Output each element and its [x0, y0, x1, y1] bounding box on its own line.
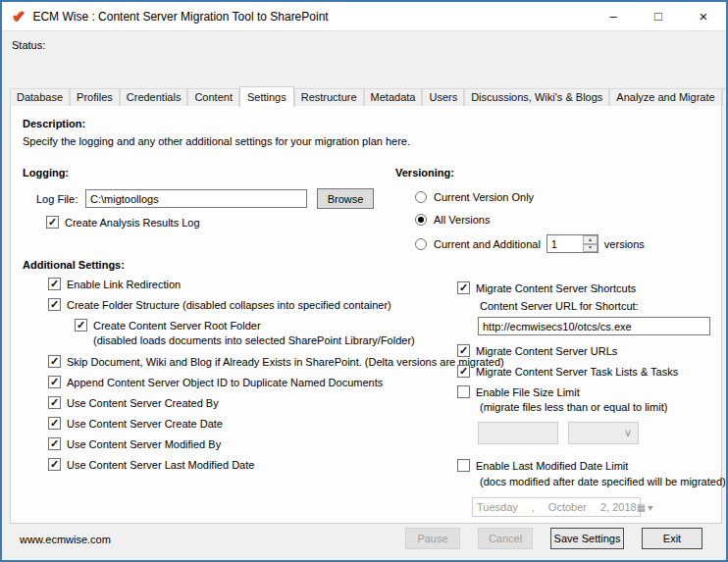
tab-database[interactable]: Database — [10, 88, 70, 106]
file-size-limit-checkbox[interactable]: Enable File Size Limit — [457, 385, 716, 398]
save-settings-button[interactable]: Save Settings — [550, 528, 624, 549]
checkbox-icon[interactable] — [457, 385, 470, 398]
status-label: Status: — [12, 39, 45, 51]
checkbox-icon[interactable] — [46, 216, 59, 229]
use-last-modified-checkbox[interactable]: Use Content Server Last Modified Date — [48, 458, 456, 471]
migrate-urls-checkbox[interactable]: Migrate Content Server URLs — [457, 344, 716, 357]
checkbox-icon[interactable] — [48, 437, 61, 450]
radio-label: All Versions — [434, 214, 490, 226]
cancel-button[interactable]: Cancel — [478, 528, 533, 549]
radio-label: Current and Additional — [434, 238, 541, 250]
file-size-unit-dropdown[interactable]: ∨ — [568, 422, 639, 444]
shortcut-url-input[interactable] — [478, 317, 710, 335]
radio-icon[interactable] — [415, 191, 427, 203]
checkbox-icon[interactable] — [457, 365, 470, 378]
footer-buttons: Pause Cancel Save Settings Exit — [405, 528, 702, 549]
additional-versions-spinner[interactable]: 1 ▲ ▼ — [546, 234, 598, 253]
use-create-date-checkbox[interactable]: Use Content Server Create Date — [48, 417, 456, 430]
checkbox-label: Use Content Server Last Modified Date — [67, 459, 254, 471]
shortcut-url-label: Content Server URL for Shortcut: — [480, 300, 716, 312]
tab-restructure[interactable]: Restructure — [294, 88, 364, 106]
use-created-by-checkbox[interactable]: Use Content Server Created By — [48, 396, 456, 409]
additional-settings-left-column: Enable Link Redirection Create Folder St… — [48, 278, 456, 479]
tab-profiles[interactable]: Profiles — [70, 88, 120, 106]
minimize-icon[interactable]: – — [591, 2, 636, 30]
tab-analyze-and-migrate[interactable]: Analyze and Migrate — [609, 88, 721, 106]
calendar-dropdown[interactable]: ▦ ▾ — [637, 502, 652, 513]
checkbox-label: Append Content Server Object ID to Dupli… — [67, 377, 383, 388]
create-root-folder-checkbox[interactable]: Create Content Server Root Folder — [75, 319, 456, 332]
checkbox-label: Enable Last Modified Date Limit — [476, 460, 628, 472]
file-size-limit-note: (migrate files less than or equal to lim… — [480, 401, 716, 413]
maximize-icon[interactable]: □ — [636, 2, 681, 30]
checkbox-icon[interactable] — [48, 417, 61, 430]
checkbox-icon[interactable] — [48, 298, 61, 311]
create-folder-structure-checkbox[interactable]: Create Folder Structure (disabled collap… — [48, 298, 456, 311]
log-file-label: Log File: — [36, 193, 78, 205]
radio-icon[interactable] — [415, 238, 427, 250]
tab-strip: Database Profiles Credentials Content Se… — [10, 86, 728, 106]
checkbox-label: Create Folder Structure (disabled collap… — [67, 299, 391, 311]
checkbox-icon[interactable] — [48, 355, 61, 368]
description-heading: Description: — [23, 118, 85, 129]
checkbox-icon[interactable] — [48, 376, 61, 388]
create-analysis-log-checkbox[interactable]: Create Analysis Results Log — [46, 216, 200, 229]
migrate-shortcuts-checkbox[interactable]: Migrate Content Server Shortcuts — [457, 281, 716, 294]
browse-button[interactable]: Browse — [317, 188, 374, 209]
migrate-tasks-checkbox[interactable]: Migrate Content Server Task Lists & Task… — [457, 365, 716, 378]
log-file-input[interactable] — [85, 189, 307, 208]
all-versions-radio[interactable]: All Versions — [415, 214, 490, 226]
calendar-icon: ▦ — [637, 502, 646, 513]
date-separator: , — [532, 501, 535, 513]
window-controls: – □ × — [591, 2, 726, 30]
date-limit-note: (docs modified after date specified will… — [480, 476, 716, 487]
checkbox-label: Use Content Server Created By — [67, 397, 219, 409]
skip-existing-checkbox[interactable]: Skip Document, Wiki and Blog if Already … — [48, 355, 456, 368]
date-rest: 2, 2018 — [600, 501, 637, 513]
radio-label: Current Version Only — [434, 191, 534, 203]
website-link[interactable]: www.ecmwise.com — [20, 534, 111, 545]
app-window: ✔ ECM Wise : Content Server Migration To… — [0, 0, 728, 562]
use-modified-by-checkbox[interactable]: Use Content Server Modified By — [48, 437, 456, 450]
tab-metadata[interactable]: Metadata — [364, 88, 423, 106]
description-text: Specify the logging and any other additi… — [23, 135, 410, 147]
spinner-down-icon[interactable]: ▼ — [583, 244, 598, 253]
checkbox-label: Enable File Size Limit — [476, 386, 580, 398]
enable-link-redirection-checkbox[interactable]: Enable Link Redirection — [48, 278, 456, 290]
spinner-up-icon[interactable]: ▲ — [583, 235, 598, 244]
date-limit-picker[interactable]: Tuesday , October 2, 2018 ▦ ▾ — [472, 497, 641, 517]
create-root-folder-note: (disabled loads documents into selected … — [93, 334, 456, 346]
tab-content[interactable]: Content — [187, 88, 239, 106]
checkbox-icon[interactable] — [75, 319, 87, 332]
tab-permissions[interactable]: Permissions — [722, 88, 728, 106]
radio-icon[interactable] — [415, 214, 427, 226]
ecmwise-logo-icon: ✔ — [12, 9, 25, 25]
tab-settings[interactable]: Settings — [239, 86, 294, 107]
checkbox-label: Migrate Content Server URLs — [476, 345, 617, 357]
checkbox-icon[interactable] — [48, 458, 61, 471]
checkbox-icon[interactable] — [457, 281, 470, 294]
current-version-only-radio[interactable]: Current Version Only — [415, 191, 534, 203]
current-and-additional-radio[interactable]: Current and Additional 1 ▲ ▼ versions — [415, 234, 645, 253]
checkbox-icon[interactable] — [48, 278, 61, 290]
checkbox-label: Use Content Server Create Date — [67, 418, 223, 430]
spinner-value[interactable]: 1 — [547, 235, 583, 252]
file-size-value-input[interactable] — [478, 422, 558, 444]
checkbox-icon[interactable] — [457, 459, 470, 472]
checkbox-label: Use Content Server Modified By — [67, 438, 221, 450]
exit-button[interactable]: Exit — [642, 528, 702, 549]
tab-credentials[interactable]: Credentials — [120, 88, 188, 106]
tab-users[interactable]: Users — [422, 88, 464, 106]
checkbox-icon[interactable] — [457, 344, 470, 357]
date-limit-checkbox[interactable]: Enable Last Modified Date Limit — [457, 459, 716, 472]
additional-settings-right-column: Migrate Content Server Shortcuts Content… — [457, 281, 716, 517]
close-icon[interactable]: × — [681, 2, 726, 30]
checkbox-label: Migrate Content Server Task Lists & Task… — [476, 366, 678, 378]
spinner-arrows: ▲ ▼ — [583, 235, 598, 252]
logging-heading: Logging: — [23, 167, 69, 179]
tab-discussions-wikis-blogs[interactable]: Discussions, Wiki's & Blogs — [464, 88, 609, 106]
append-object-id-checkbox[interactable]: Append Content Server Object ID to Dupli… — [48, 376, 456, 388]
versions-suffix-label: versions — [604, 238, 645, 250]
checkbox-icon[interactable] — [48, 396, 61, 409]
pause-button[interactable]: Pause — [405, 528, 460, 549]
